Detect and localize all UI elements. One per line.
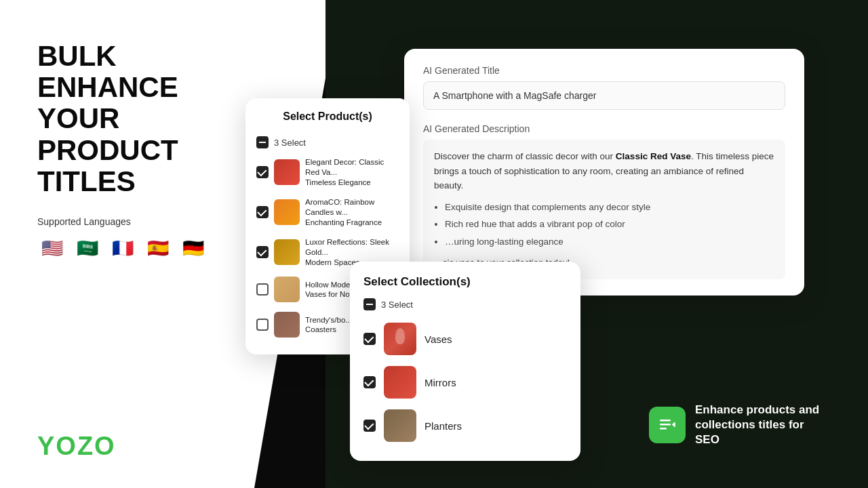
svg-rect-2 [660,428,667,430]
ai-generated-card: AI Generated Title AI Generated Descript… [404,49,804,296]
hero-section: BULK ENHANCE YOUR PRODUCT TITLES Support… [37,41,241,264]
collection-thumb-mirrors [384,366,416,399]
product-thumb-3 [274,239,300,265]
list-icon [658,415,677,434]
collection-thumb-planters [384,409,416,442]
product-checkbox-2[interactable] [256,206,269,218]
collection-select-all-row[interactable]: 3 Select [363,298,567,310]
flags-row: 🇺🇸 🇸🇦 🇫🇷 🇪🇸 🇩🇪 [37,234,241,264]
collection-item-mirrors[interactable]: Mirrors [363,361,567,404]
feature-icon-box [649,407,686,443]
collection-item-vases[interactable]: Vases [363,317,567,361]
svg-rect-4 [673,422,675,427]
flag-us: 🇺🇸 [37,234,67,264]
select-collections-title: Select Collection(s) [363,275,567,289]
product-thumb-2 [274,199,300,225]
product-checkbox-3[interactable] [256,246,269,258]
select-collection-card: Select Collection(s) 3 Select Vases Mirr… [350,262,580,461]
product-name-2: AromaCO: Rainbow Candles w...Enchanting … [305,197,399,228]
ai-desc-intro: Discover the charm of classic decor with… [434,151,616,161]
flag-fr: 🇫🇷 [108,234,138,264]
select-all-label: 3 Select [274,138,306,148]
collection-select-all-label: 3 Select [381,300,413,310]
collection-name-planters: Planters [425,420,462,432]
collection-checkbox-planters[interactable] [363,420,376,432]
feature-text: Enhance products and collections titles … [695,403,831,447]
collection-name-mirrors: Mirrors [425,377,456,388]
product-checkbox-1[interactable] [256,166,269,178]
feature-bar: Enhance products and collections titles … [649,403,831,447]
product-name-1: Elegant Decor: Classic Red Va...Timeless… [305,157,399,188]
product-checkbox-5[interactable] [256,319,269,331]
svg-rect-0 [660,420,671,422]
yozo-logo: YOZO [37,432,116,461]
supported-languages: Supported Languages 🇺🇸 🇸🇦 🇫🇷 🇪🇸 🇩🇪 [37,216,241,264]
flag-de: 🇩🇪 [178,234,208,264]
product-thumb-4 [274,277,300,302]
product-checkbox-4[interactable] [256,283,269,296]
flag-sa: 🇸🇦 [73,234,102,264]
product-thumb-5 [274,312,300,338]
ai-desc-list: Exquisite design that complements any de… [434,200,774,249]
ai-desc-list-item: Rich red hue that adds a vibrant pop of … [445,217,774,232]
supported-languages-label: Supported Languages [37,216,241,227]
collection-checkbox-vases[interactable] [363,333,376,345]
ai-title-label: AI Generated Title [423,65,785,76]
hero-title: BULK ENHANCE YOUR PRODUCT TITLES [37,41,241,197]
product-name-5: Trendy's/bo...Coasters [305,315,352,336]
ai-description-label: AI Generated Description [423,123,785,134]
ai-desc-list-item: Exquisite design that complements any de… [445,200,774,215]
collection-checkbox-mirrors[interactable] [363,376,376,388]
select-all-row[interactable]: 3 Select [245,132,410,152]
product-item[interactable]: Elegant Decor: Classic Red Va...Timeless… [245,152,410,192]
product-item[interactable]: AromaCO: Rainbow Candles w...Enchanting … [245,192,410,232]
ai-desc-bold: Classic Red Vase [616,151,691,161]
select-products-title: Select Product(s) [245,110,410,123]
product-name-4: Hollow Mode...Vases for No... [305,280,357,300]
collection-thumb-vases [384,323,416,355]
select-all-checkbox[interactable] [256,136,269,148]
ai-desc-list-item: …uring long-lasting elegance [445,235,774,249]
collection-select-all-checkbox[interactable] [363,298,376,310]
collection-name-vases: Vases [425,333,452,345]
flag-es: 🇪🇸 [143,234,173,264]
svg-rect-1 [660,424,671,426]
product-thumb-1 [274,159,300,185]
ai-title-input[interactable] [423,81,785,110]
ai-description-box: Discover the charm of classic decor with… [423,140,785,279]
collection-item-planters[interactable]: Planters [363,404,567,447]
